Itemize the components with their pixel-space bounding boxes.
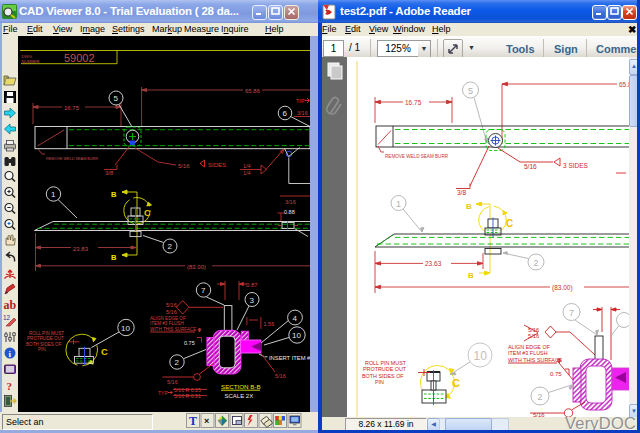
svg-text:4: 4	[293, 314, 298, 323]
svg-text:1/4: 1/4	[243, 170, 251, 176]
svg-text:2: 2	[168, 242, 173, 251]
svg-text:REMOVE WELD SEAM BURR: REMOVE WELD SEAM BURR	[46, 157, 98, 161]
svg-text:PIN: PIN	[375, 379, 384, 385]
svg-text:65.86: 65.86	[245, 88, 261, 94]
svg-text:5: 5	[468, 86, 473, 96]
svg-text:0.75: 0.75	[184, 340, 195, 346]
svg-text:WITH THIS SURFACE: WITH THIS SURFACE	[508, 357, 563, 363]
svg-text:C: C	[506, 218, 513, 229]
svg-text:SECTION B-B: SECTION B-B	[221, 383, 261, 390]
svg-text:PROTRUDE OUT: PROTRUDE OUT	[27, 336, 64, 341]
svg-text:59002: 59002	[64, 52, 95, 64]
svg-text:T: T	[189, 414, 197, 428]
svg-text:C: C	[144, 208, 151, 218]
svg-text:C: C	[452, 377, 460, 389]
svg-text:TIP: TIP	[296, 98, 305, 104]
svg-text:7: 7	[201, 286, 206, 295]
svg-text:ROLL PIN MUST: ROLL PIN MUST	[365, 360, 407, 366]
svg-text:23.63: 23.63	[425, 260, 442, 267]
svg-text:TYP: TYP	[158, 390, 168, 396]
svg-text:5/16: 5/16	[528, 327, 539, 333]
svg-text:16.75: 16.75	[64, 105, 80, 111]
svg-text:2: 2	[538, 392, 543, 402]
svg-text:B: B	[468, 271, 474, 280]
svg-text:B: B	[111, 253, 117, 262]
svg-text:REMOVE WELD SEAM BURR: REMOVE WELD SEAM BURR	[385, 154, 449, 159]
svg-text:23.83: 23.83	[73, 246, 89, 252]
svg-text:BOTH SIDES OF: BOTH SIDES OF	[26, 342, 62, 347]
svg-text:3/8: 3/8	[105, 170, 114, 176]
svg-text:5/16: 5/16	[166, 302, 177, 308]
svg-text:12: 12	[3, 314, 11, 321]
svg-text:6: 6	[283, 109, 288, 118]
svg-text:2: 2	[534, 258, 539, 268]
svg-text:5/16: 5/16	[524, 163, 537, 170]
svg-text:ab: ab	[4, 298, 17, 312]
svg-text:3/16: 3/16	[297, 110, 308, 116]
svg-text:5: 5	[114, 94, 119, 103]
svg-text:PIN: PIN	[38, 347, 46, 352]
svg-text:(83.00): (83.00)	[187, 264, 206, 270]
svg-text:5/16: 5/16	[167, 379, 178, 385]
svg-text:C: C	[101, 346, 108, 357]
svg-text:WITH THIS SURFACE: WITH THIS SURFACE	[150, 327, 196, 332]
svg-text:ALIGN EDGE OF: ALIGN EDGE OF	[150, 316, 186, 321]
svg-text:5/16: 5/16	[166, 309, 177, 315]
svg-text:65.86: 65.86	[619, 81, 629, 88]
svg-text:SIDES: SIDES	[208, 162, 226, 168]
svg-text:10: 10	[292, 331, 301, 340]
svg-text:INSERT ITEM #: INSERT ITEM #	[269, 355, 310, 361]
svg-text:NUMBER: NUMBER	[22, 59, 40, 64]
svg-text:7: 7	[569, 308, 574, 318]
svg-text:1/4: 1/4	[243, 163, 251, 169]
svg-text:3/16: 3/16	[285, 199, 296, 205]
svg-text:0.87: 0.87	[246, 282, 258, 288]
svg-text:×: ×	[204, 416, 209, 426]
svg-text:ROLL PIN MUST: ROLL PIN MUST	[29, 331, 64, 336]
svg-text:SCALE 2X: SCALE 2X	[225, 393, 254, 399]
svg-text:(83.00): (83.00)	[552, 284, 573, 292]
svg-text:1: 1	[396, 199, 401, 209]
svg-text:B: B	[466, 202, 472, 211]
svg-text:0.88: 0.88	[284, 209, 295, 215]
svg-text:5/16: 5/16	[275, 373, 286, 379]
svg-text:16.75: 16.75	[405, 99, 422, 106]
svg-text:3: 3	[250, 296, 255, 305]
svg-text:ALIGN EDGE OF: ALIGN EDGE OF	[508, 344, 551, 350]
svg-text:?: ?	[7, 380, 13, 392]
svg-text:1: 1	[51, 190, 56, 199]
svg-text:10: 10	[474, 349, 488, 363]
svg-text:1.56: 1.56	[264, 321, 275, 327]
svg-text:3 SIDES: 3 SIDES	[563, 162, 589, 169]
svg-text:BOTH SIDES OF: BOTH SIDES OF	[362, 373, 404, 379]
svg-text:PROTRUDE OUT: PROTRUDE OUT	[363, 366, 407, 372]
svg-text:ITEM #3 FLUSH: ITEM #3 FLUSH	[150, 321, 184, 326]
svg-text:B: B	[111, 190, 117, 199]
svg-text:5/16: 5/16	[178, 163, 190, 169]
svg-text:3/8: 3/8	[457, 189, 466, 196]
svg-text:10: 10	[121, 324, 130, 333]
svg-text:2: 2	[175, 358, 180, 367]
svg-text:0.75: 0.75	[550, 371, 562, 377]
svg-text:ITEM #3 FLUSH: ITEM #3 FLUSH	[508, 350, 548, 356]
